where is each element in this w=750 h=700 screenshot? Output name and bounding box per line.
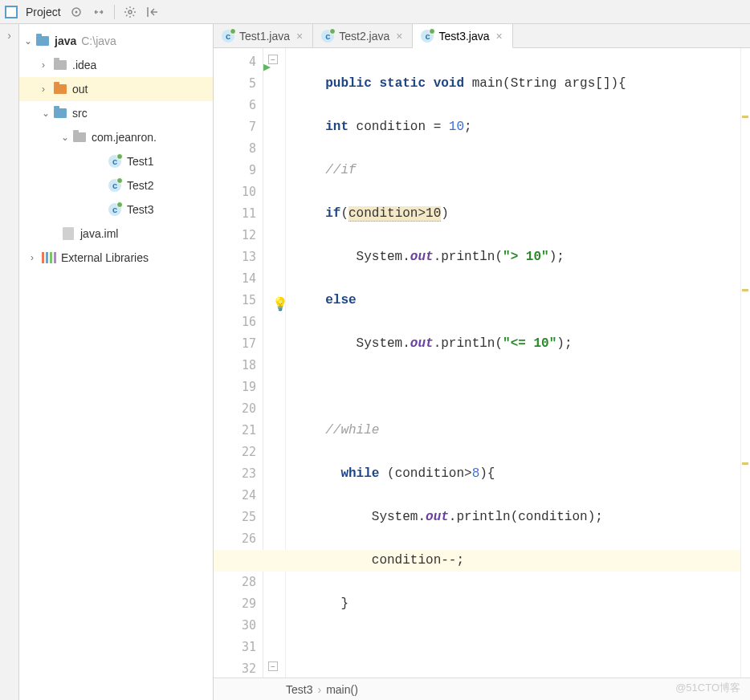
warning-marker[interactable]: [742, 116, 748, 118]
project-label[interactable]: Project: [26, 6, 61, 18]
line-number[interactable]: 11: [214, 203, 256, 225]
tab-test3[interactable]: c Test3.java ×: [413, 24, 512, 48]
project-tree[interactable]: ⌄ java C:\java › .idea › out ⌄ src ⌄: [19, 24, 213, 700]
line-number[interactable]: 12: [214, 225, 256, 246]
line-number[interactable]: 13: [214, 246, 256, 268]
tree-item-label: .idea: [72, 59, 96, 71]
breadcrumb[interactable]: Test3 › main(): [214, 678, 750, 700]
breadcrumb-file[interactable]: Test3: [286, 683, 312, 696]
line-number[interactable]: 30: [214, 615, 256, 637]
project-view-icon[interactable]: [5, 6, 18, 18]
tree-item-iml[interactable]: java.iml: [19, 222, 213, 246]
tree-item-label: out: [72, 83, 88, 96]
tree-item-out[interactable]: › out: [19, 77, 213, 101]
line-number-gutter[interactable]: 4▶56789101112131415💡16171819202122232425…: [214, 48, 263, 678]
java-class-icon: c: [108, 155, 121, 168]
tree-item-label: src: [72, 107, 88, 120]
line-number[interactable]: 20: [214, 398, 256, 420]
java-class-icon: c: [108, 203, 121, 216]
excluded-folder-icon: [54, 84, 67, 94]
close-icon[interactable]: ×: [295, 30, 304, 43]
line-number[interactable]: 31: [214, 637, 256, 658]
tree-item-class[interactable]: c Test1: [19, 149, 213, 173]
line-number[interactable]: 7: [214, 116, 256, 138]
line-number[interactable]: 28: [214, 572, 256, 593]
java-class-icon: c: [108, 179, 121, 192]
line-number[interactable]: 10: [214, 181, 256, 203]
tree-item-class[interactable]: c Test2: [19, 173, 213, 197]
line-number[interactable]: 17: [214, 333, 256, 355]
editor-tabs: c Test1.java × c Test2.java × c Test3.ja…: [214, 24, 750, 48]
warning-marker[interactable]: [742, 462, 748, 465]
target-icon[interactable]: [69, 5, 84, 19]
line-number[interactable]: 6: [214, 95, 256, 116]
tree-item-label: Test3: [127, 203, 153, 216]
left-side-rail: ›: [0, 24, 19, 700]
java-class-icon: c: [222, 30, 234, 43]
chevron-right-icon[interactable]: ›: [7, 29, 11, 42]
tab-label: Test3.java: [438, 30, 489, 43]
hide-icon[interactable]: [145, 5, 160, 19]
fold-strip[interactable]: − −: [263, 48, 286, 678]
source-folder-icon: [54, 108, 67, 118]
line-number[interactable]: 32: [214, 658, 256, 678]
tree-item-class[interactable]: c Test3: [19, 197, 213, 222]
fold-toggle-icon[interactable]: −: [268, 661, 278, 671]
tree-root-label: java: [55, 35, 76, 47]
chevron-right-icon[interactable]: ›: [42, 59, 53, 71]
code-editor[interactable]: public static void main(String args[]){ …: [286, 48, 740, 678]
tree-item-label: com.jeanron.: [92, 131, 157, 144]
chevron-down-icon[interactable]: ⌄: [24, 35, 35, 47]
tree-item-idea[interactable]: › .idea: [19, 53, 213, 77]
line-number[interactable]: 25: [214, 507, 256, 528]
tab-label: Test2.java: [339, 30, 389, 43]
tab-test2[interactable]: c Test2.java ×: [313, 24, 413, 47]
package-icon: [73, 132, 86, 142]
java-class-icon: c: [321, 30, 334, 43]
line-number[interactable]: 24: [214, 485, 256, 507]
line-number[interactable]: 16: [214, 311, 256, 333]
breadcrumb-separator: ›: [317, 683, 321, 696]
line-number[interactable]: 4▶: [214, 51, 256, 73]
tab-test1[interactable]: c Test1.java ×: [214, 24, 313, 47]
line-number[interactable]: 21: [214, 420, 256, 442]
watermark: @51CTO博客: [675, 681, 740, 695]
module-folder-icon: [36, 36, 49, 46]
tree-item-label: Test1: [127, 155, 153, 168]
line-number[interactable]: 14: [214, 268, 256, 290]
tab-label: Test1.java: [239, 30, 290, 43]
breadcrumb-method[interactable]: main(): [326, 683, 358, 696]
tree-item-package[interactable]: ⌄ com.jeanron.: [19, 125, 213, 149]
tree-item-external-libs[interactable]: › External Libraries: [19, 246, 213, 270]
chevron-down-icon[interactable]: ⌄: [42, 108, 53, 119]
settings-gear-icon[interactable]: [123, 5, 137, 19]
line-number[interactable]: 9: [214, 160, 256, 181]
project-tree-panel: ⌄ java C:\java › .idea › out ⌄ src ⌄: [19, 24, 214, 700]
close-icon[interactable]: ×: [495, 30, 504, 43]
libraries-icon: [42, 252, 56, 263]
line-number[interactable]: 23: [214, 463, 256, 485]
line-number[interactable]: 29: [214, 593, 256, 615]
line-number[interactable]: 26: [214, 528, 256, 550]
warning-marker[interactable]: [742, 289, 748, 291]
line-number[interactable]: 15💡: [214, 290, 256, 311]
chevron-down-icon[interactable]: ⌄: [61, 132, 72, 143]
toolbar-separator: [114, 5, 115, 19]
java-class-icon: c: [421, 30, 434, 43]
collapse-icon[interactable]: [92, 5, 106, 19]
chevron-right-icon[interactable]: ›: [42, 83, 53, 95]
line-number[interactable]: 19: [214, 376, 256, 398]
chevron-right-icon[interactable]: ›: [31, 252, 42, 263]
editor-area: c Test1.java × c Test2.java × c Test3.ja…: [214, 24, 750, 700]
svg-point-1: [75, 10, 77, 13]
inspection-strip[interactable]: [740, 48, 750, 678]
tree-root-java[interactable]: ⌄ java C:\java: [19, 29, 213, 53]
tree-item-src[interactable]: ⌄ src: [19, 101, 213, 125]
fold-toggle-icon[interactable]: −: [268, 55, 278, 64]
close-icon[interactable]: ×: [394, 30, 404, 43]
line-number[interactable]: 8: [214, 138, 256, 160]
line-number[interactable]: 5: [214, 73, 256, 95]
tree-root-path: C:\java: [81, 35, 116, 47]
line-number[interactable]: 18: [214, 355, 256, 376]
line-number[interactable]: 22: [214, 442, 256, 463]
